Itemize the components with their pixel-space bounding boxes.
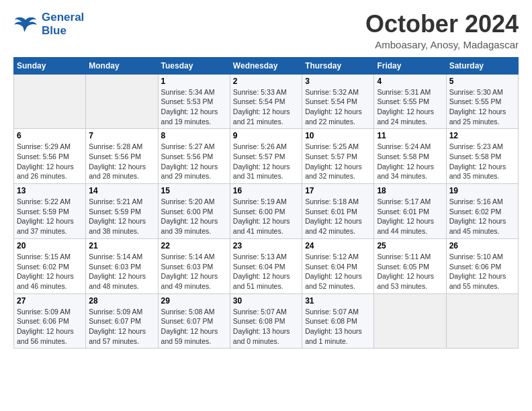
day-number: 12 xyxy=(449,131,515,140)
day-of-week-header: Friday xyxy=(374,57,446,74)
calendar-day-cell: 18Sunrise: 5:17 AM Sunset: 6:01 PM Dayli… xyxy=(374,184,446,239)
calendar-table: SundayMondayTuesdayWednesdayThursdayFrid… xyxy=(13,57,519,349)
calendar-day-cell: 31Sunrise: 5:07 AM Sunset: 6:08 PM Dayli… xyxy=(302,293,374,349)
day-number: 22 xyxy=(161,241,227,250)
logo-text: General Blue xyxy=(42,11,84,37)
calendar-day-cell: 20Sunrise: 5:15 AM Sunset: 6:02 PM Dayli… xyxy=(14,238,86,293)
day-number: 24 xyxy=(305,241,371,250)
calendar-week-row: 13Sunrise: 5:22 AM Sunset: 5:59 PM Dayli… xyxy=(14,184,519,239)
month-title: October 2024 xyxy=(365,11,519,38)
calendar-day-cell xyxy=(86,74,158,129)
day-detail: Sunrise: 5:22 AM Sunset: 5:59 PM Dayligh… xyxy=(17,197,83,236)
location: Amboasary, Anosy, Madagascar xyxy=(365,39,519,50)
day-number: 14 xyxy=(89,186,154,195)
calendar-day-cell: 6Sunrise: 5:29 AM Sunset: 5:56 PM Daylig… xyxy=(14,129,86,184)
calendar-day-cell xyxy=(14,74,86,129)
day-of-week-header: Thursday xyxy=(302,57,374,74)
calendar-day-cell: 2Sunrise: 5:33 AM Sunset: 5:54 PM Daylig… xyxy=(230,74,302,129)
page-header: General Blue October 2024 Amboasary, Ano… xyxy=(13,11,519,50)
day-number: 23 xyxy=(233,241,299,250)
day-number: 2 xyxy=(233,77,299,86)
day-number: 17 xyxy=(305,186,371,195)
day-detail: Sunrise: 5:09 AM Sunset: 6:07 PM Dayligh… xyxy=(89,307,154,347)
day-detail: Sunrise: 5:21 AM Sunset: 5:59 PM Dayligh… xyxy=(89,197,154,236)
day-number: 15 xyxy=(161,186,227,195)
logo-line2: Blue xyxy=(42,24,66,37)
day-of-week-header: Wednesday xyxy=(230,57,302,74)
calendar-day-cell: 22Sunrise: 5:14 AM Sunset: 6:03 PM Dayli… xyxy=(158,238,230,293)
calendar-week-row: 1Sunrise: 5:34 AM Sunset: 5:53 PM Daylig… xyxy=(14,74,519,129)
day-detail: Sunrise: 5:17 AM Sunset: 6:01 PM Dayligh… xyxy=(377,197,443,236)
calendar-day-cell: 26Sunrise: 5:10 AM Sunset: 6:06 PM Dayli… xyxy=(446,238,518,293)
calendar-day-cell: 27Sunrise: 5:09 AM Sunset: 6:06 PM Dayli… xyxy=(14,293,86,349)
calendar-week-row: 6Sunrise: 5:29 AM Sunset: 5:56 PM Daylig… xyxy=(14,129,519,184)
calendar-day-cell: 10Sunrise: 5:25 AM Sunset: 5:57 PM Dayli… xyxy=(302,129,374,184)
calendar-day-cell: 5Sunrise: 5:30 AM Sunset: 5:55 PM Daylig… xyxy=(446,74,518,129)
logo-icon xyxy=(13,15,38,34)
day-number: 26 xyxy=(449,241,515,250)
calendar-day-cell: 21Sunrise: 5:14 AM Sunset: 6:03 PM Dayli… xyxy=(86,238,158,293)
day-number: 3 xyxy=(305,77,371,86)
calendar-day-cell: 17Sunrise: 5:18 AM Sunset: 6:01 PM Dayli… xyxy=(302,184,374,239)
day-number: 8 xyxy=(161,131,227,140)
day-detail: Sunrise: 5:15 AM Sunset: 6:02 PM Dayligh… xyxy=(17,252,83,291)
day-number: 6 xyxy=(17,131,83,140)
calendar-day-cell: 8Sunrise: 5:27 AM Sunset: 5:56 PM Daylig… xyxy=(158,129,230,184)
calendar-day-cell: 12Sunrise: 5:23 AM Sunset: 5:58 PM Dayli… xyxy=(446,129,518,184)
calendar-day-cell: 29Sunrise: 5:08 AM Sunset: 6:07 PM Dayli… xyxy=(158,293,230,349)
day-number: 11 xyxy=(377,131,443,140)
day-number: 27 xyxy=(17,296,83,306)
day-number: 4 xyxy=(377,77,443,86)
day-number: 20 xyxy=(17,241,83,250)
logo: General Blue xyxy=(13,11,84,37)
day-detail: Sunrise: 5:26 AM Sunset: 5:57 PM Dayligh… xyxy=(233,142,299,181)
day-number: 31 xyxy=(305,296,371,306)
calendar-day-cell xyxy=(374,293,446,349)
day-detail: Sunrise: 5:18 AM Sunset: 6:01 PM Dayligh… xyxy=(305,197,371,236)
day-detail: Sunrise: 5:19 AM Sunset: 6:00 PM Dayligh… xyxy=(233,197,299,236)
day-detail: Sunrise: 5:20 AM Sunset: 6:00 PM Dayligh… xyxy=(161,197,227,236)
day-number: 5 xyxy=(449,77,515,86)
calendar-day-cell: 25Sunrise: 5:11 AM Sunset: 6:05 PM Dayli… xyxy=(374,238,446,293)
calendar-day-cell: 3Sunrise: 5:32 AM Sunset: 5:54 PM Daylig… xyxy=(302,74,374,129)
day-detail: Sunrise: 5:27 AM Sunset: 5:56 PM Dayligh… xyxy=(161,142,227,181)
calendar-day-cell: 23Sunrise: 5:13 AM Sunset: 6:04 PM Dayli… xyxy=(230,238,302,293)
day-number: 9 xyxy=(233,131,299,140)
day-number: 1 xyxy=(161,77,227,86)
day-detail: Sunrise: 5:14 AM Sunset: 6:03 PM Dayligh… xyxy=(89,252,154,291)
day-number: 29 xyxy=(161,296,227,306)
day-detail: Sunrise: 5:07 AM Sunset: 6:08 PM Dayligh… xyxy=(233,307,299,347)
day-detail: Sunrise: 5:12 AM Sunset: 6:04 PM Dayligh… xyxy=(305,252,371,291)
day-number: 10 xyxy=(305,131,371,140)
calendar-day-cell: 24Sunrise: 5:12 AM Sunset: 6:04 PM Dayli… xyxy=(302,238,374,293)
day-number: 16 xyxy=(233,186,299,195)
day-number: 25 xyxy=(377,241,443,250)
day-number: 28 xyxy=(89,296,154,306)
day-detail: Sunrise: 5:11 AM Sunset: 6:05 PM Dayligh… xyxy=(377,252,443,291)
calendar-day-cell: 11Sunrise: 5:24 AM Sunset: 5:58 PM Dayli… xyxy=(374,129,446,184)
day-of-week-header: Sunday xyxy=(14,57,86,74)
day-detail: Sunrise: 5:34 AM Sunset: 5:53 PM Dayligh… xyxy=(161,87,227,127)
day-detail: Sunrise: 5:08 AM Sunset: 6:07 PM Dayligh… xyxy=(161,307,227,347)
calendar-day-cell: 14Sunrise: 5:21 AM Sunset: 5:59 PM Dayli… xyxy=(86,184,158,239)
day-detail: Sunrise: 5:23 AM Sunset: 5:58 PM Dayligh… xyxy=(449,142,515,181)
calendar-day-cell: 16Sunrise: 5:19 AM Sunset: 6:00 PM Dayli… xyxy=(230,184,302,239)
day-detail: Sunrise: 5:14 AM Sunset: 6:03 PM Dayligh… xyxy=(161,252,227,291)
day-detail: Sunrise: 5:29 AM Sunset: 5:56 PM Dayligh… xyxy=(17,142,83,181)
calendar-day-cell: 28Sunrise: 5:09 AM Sunset: 6:07 PM Dayli… xyxy=(86,293,158,349)
day-of-week-header: Monday xyxy=(86,57,158,74)
calendar-day-cell: 15Sunrise: 5:20 AM Sunset: 6:00 PM Dayli… xyxy=(158,184,230,239)
day-detail: Sunrise: 5:33 AM Sunset: 5:54 PM Dayligh… xyxy=(233,87,299,127)
day-detail: Sunrise: 5:24 AM Sunset: 5:58 PM Dayligh… xyxy=(377,142,443,181)
day-of-week-header: Saturday xyxy=(446,57,518,74)
day-detail: Sunrise: 5:10 AM Sunset: 6:06 PM Dayligh… xyxy=(449,252,515,291)
day-detail: Sunrise: 5:25 AM Sunset: 5:57 PM Dayligh… xyxy=(305,142,371,181)
calendar-day-cell: 19Sunrise: 5:16 AM Sunset: 6:02 PM Dayli… xyxy=(446,184,518,239)
day-detail: Sunrise: 5:30 AM Sunset: 5:55 PM Dayligh… xyxy=(449,87,515,127)
calendar-day-cell: 13Sunrise: 5:22 AM Sunset: 5:59 PM Dayli… xyxy=(14,184,86,239)
day-number: 13 xyxy=(17,186,83,195)
day-detail: Sunrise: 5:07 AM Sunset: 6:08 PM Dayligh… xyxy=(305,307,371,347)
day-number: 30 xyxy=(233,296,299,306)
calendar-day-cell: 7Sunrise: 5:28 AM Sunset: 5:56 PM Daylig… xyxy=(86,129,158,184)
calendar-day-cell: 30Sunrise: 5:07 AM Sunset: 6:08 PM Dayli… xyxy=(230,293,302,349)
